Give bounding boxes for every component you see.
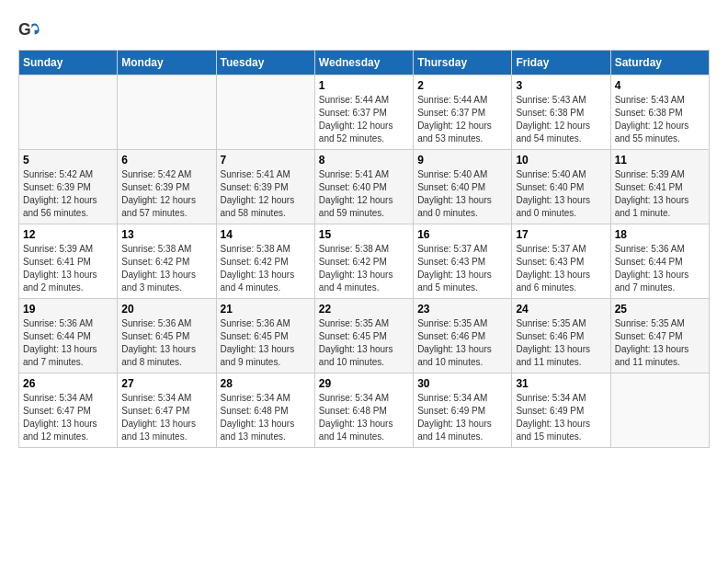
day-number: 4 <box>615 79 705 92</box>
day-number: 19 <box>23 303 113 316</box>
day-info: Sunrise: 5:34 AMSunset: 6:49 PMDaylight:… <box>516 392 606 443</box>
day-header-wednesday: Wednesday <box>314 51 413 75</box>
calendar-cell: 27Sunrise: 5:34 AMSunset: 6:47 PMDayligh… <box>118 373 216 448</box>
day-number: 12 <box>23 228 113 241</box>
day-number: 5 <box>23 154 113 167</box>
calendar-cell: 1Sunrise: 5:44 AMSunset: 6:37 PMDaylight… <box>314 75 413 150</box>
calendar-cell: 21Sunrise: 5:36 AMSunset: 6:45 PMDayligh… <box>216 299 314 373</box>
day-info: Sunrise: 5:41 AMSunset: 6:39 PMDaylight:… <box>221 168 311 220</box>
calendar-cell: 19Sunrise: 5:36 AMSunset: 6:44 PMDayligh… <box>19 299 118 373</box>
calendar-cell: 6Sunrise: 5:42 AMSunset: 6:39 PMDaylight… <box>118 150 216 224</box>
day-info: Sunrise: 5:34 AMSunset: 6:47 PMDaylight:… <box>23 392 113 443</box>
week-row: 12Sunrise: 5:39 AMSunset: 6:41 PMDayligh… <box>19 224 710 299</box>
calendar-cell: 28Sunrise: 5:34 AMSunset: 6:48 PMDayligh… <box>216 373 314 448</box>
day-number: 3 <box>516 79 606 92</box>
day-number: 2 <box>417 79 507 92</box>
calendar-cell: 30Sunrise: 5:34 AMSunset: 6:49 PMDayligh… <box>414 373 512 448</box>
day-header-thursday: Thursday <box>414 51 512 75</box>
day-info: Sunrise: 5:43 AMSunset: 6:38 PMDaylight:… <box>516 94 606 145</box>
day-info: Sunrise: 5:34 AMSunset: 6:49 PMDaylight:… <box>417 392 507 443</box>
day-header-monday: Monday <box>118 51 216 75</box>
calendar-cell: 22Sunrise: 5:35 AMSunset: 6:45 PMDayligh… <box>314 299 413 373</box>
day-info: Sunrise: 5:39 AMSunset: 6:41 PMDaylight:… <box>23 243 113 294</box>
day-number: 17 <box>516 228 606 241</box>
day-info: Sunrise: 5:43 AMSunset: 6:38 PMDaylight:… <box>615 94 705 145</box>
day-number: 23 <box>417 303 507 316</box>
day-header-tuesday: Tuesday <box>216 51 314 75</box>
calendar-table: SundayMondayTuesdayWednesdayThursdayFrid… <box>18 50 710 448</box>
day-header-friday: Friday <box>512 51 610 75</box>
day-number: 31 <box>516 377 606 390</box>
calendar-cell: 15Sunrise: 5:38 AMSunset: 6:42 PMDayligh… <box>314 224 413 299</box>
day-info: Sunrise: 5:37 AMSunset: 6:43 PMDaylight:… <box>516 243 606 294</box>
week-row: 5Sunrise: 5:42 AMSunset: 6:39 PMDaylight… <box>19 150 710 224</box>
calendar-cell <box>19 75 118 150</box>
calendar-cell: 14Sunrise: 5:38 AMSunset: 6:42 PMDayligh… <box>216 224 314 299</box>
day-info: Sunrise: 5:34 AMSunset: 6:48 PMDaylight:… <box>319 392 409 443</box>
calendar-cell: 3Sunrise: 5:43 AMSunset: 6:38 PMDaylight… <box>512 75 610 150</box>
day-info: Sunrise: 5:37 AMSunset: 6:43 PMDaylight:… <box>417 243 507 294</box>
day-number: 15 <box>319 228 409 241</box>
calendar-cell: 13Sunrise: 5:38 AMSunset: 6:42 PMDayligh… <box>118 224 216 299</box>
calendar-cell: 2Sunrise: 5:44 AMSunset: 6:37 PMDaylight… <box>414 75 512 150</box>
day-info: Sunrise: 5:36 AMSunset: 6:45 PMDaylight:… <box>121 317 211 369</box>
calendar-cell <box>118 75 216 150</box>
day-number: 7 <box>221 154 311 167</box>
logo-icon: G <box>18 18 40 40</box>
day-number: 24 <box>516 303 606 316</box>
calendar-cell: 9Sunrise: 5:40 AMSunset: 6:40 PMDaylight… <box>414 150 512 224</box>
day-info: Sunrise: 5:40 AMSunset: 6:40 PMDaylight:… <box>417 168 507 220</box>
day-number: 11 <box>615 154 705 167</box>
calendar-cell <box>610 373 709 448</box>
day-info: Sunrise: 5:41 AMSunset: 6:40 PMDaylight:… <box>319 168 409 220</box>
day-info: Sunrise: 5:35 AMSunset: 6:45 PMDaylight:… <box>319 317 409 369</box>
day-info: Sunrise: 5:40 AMSunset: 6:40 PMDaylight:… <box>516 168 606 220</box>
day-number: 28 <box>221 377 311 390</box>
day-info: Sunrise: 5:35 AMSunset: 6:46 PMDaylight:… <box>516 317 606 369</box>
day-number: 9 <box>417 154 507 167</box>
day-number: 18 <box>615 228 705 241</box>
calendar-cell: 11Sunrise: 5:39 AMSunset: 6:41 PMDayligh… <box>610 150 709 224</box>
day-number: 21 <box>221 303 311 316</box>
day-header-sunday: Sunday <box>19 51 118 75</box>
logo: G <box>18 18 44 40</box>
calendar-cell: 26Sunrise: 5:34 AMSunset: 6:47 PMDayligh… <box>19 373 118 448</box>
day-info: Sunrise: 5:42 AMSunset: 6:39 PMDaylight:… <box>121 168 211 220</box>
calendar-cell: 8Sunrise: 5:41 AMSunset: 6:40 PMDaylight… <box>314 150 413 224</box>
calendar-cell: 31Sunrise: 5:34 AMSunset: 6:49 PMDayligh… <box>512 373 610 448</box>
calendar-cell: 29Sunrise: 5:34 AMSunset: 6:48 PMDayligh… <box>314 373 413 448</box>
calendar-cell: 7Sunrise: 5:41 AMSunset: 6:39 PMDaylight… <box>216 150 314 224</box>
header: G <box>18 18 710 40</box>
calendar-cell: 12Sunrise: 5:39 AMSunset: 6:41 PMDayligh… <box>19 224 118 299</box>
day-info: Sunrise: 5:38 AMSunset: 6:42 PMDaylight:… <box>221 243 311 294</box>
day-info: Sunrise: 5:38 AMSunset: 6:42 PMDaylight:… <box>319 243 409 294</box>
day-number: 30 <box>417 377 507 390</box>
calendar-cell: 16Sunrise: 5:37 AMSunset: 6:43 PMDayligh… <box>414 224 512 299</box>
day-info: Sunrise: 5:36 AMSunset: 6:44 PMDaylight:… <box>615 243 705 294</box>
day-info: Sunrise: 5:44 AMSunset: 6:37 PMDaylight:… <box>417 94 507 145</box>
day-number: 13 <box>121 228 211 241</box>
calendar-cell: 17Sunrise: 5:37 AMSunset: 6:43 PMDayligh… <box>512 224 610 299</box>
calendar-cell: 23Sunrise: 5:35 AMSunset: 6:46 PMDayligh… <box>414 299 512 373</box>
day-number: 6 <box>121 154 211 167</box>
day-info: Sunrise: 5:34 AMSunset: 6:47 PMDaylight:… <box>121 392 211 443</box>
day-number: 14 <box>221 228 311 241</box>
day-number: 25 <box>615 303 705 316</box>
calendar-cell: 24Sunrise: 5:35 AMSunset: 6:46 PMDayligh… <box>512 299 610 373</box>
calendar-cell: 18Sunrise: 5:36 AMSunset: 6:44 PMDayligh… <box>610 224 709 299</box>
day-info: Sunrise: 5:44 AMSunset: 6:37 PMDaylight:… <box>319 94 409 145</box>
day-info: Sunrise: 5:34 AMSunset: 6:48 PMDaylight:… <box>221 392 311 443</box>
svg-text:G: G <box>18 20 31 39</box>
week-row: 26Sunrise: 5:34 AMSunset: 6:47 PMDayligh… <box>19 373 710 448</box>
calendar-cell: 5Sunrise: 5:42 AMSunset: 6:39 PMDaylight… <box>19 150 118 224</box>
day-number: 26 <box>23 377 113 390</box>
day-info: Sunrise: 5:36 AMSunset: 6:44 PMDaylight:… <box>23 317 113 369</box>
day-info: Sunrise: 5:39 AMSunset: 6:41 PMDaylight:… <box>615 168 705 220</box>
calendar-cell: 4Sunrise: 5:43 AMSunset: 6:38 PMDaylight… <box>610 75 709 150</box>
day-number: 10 <box>516 154 606 167</box>
day-info: Sunrise: 5:35 AMSunset: 6:46 PMDaylight:… <box>417 317 507 369</box>
calendar-cell: 20Sunrise: 5:36 AMSunset: 6:45 PMDayligh… <box>118 299 216 373</box>
day-number: 20 <box>121 303 211 316</box>
day-info: Sunrise: 5:38 AMSunset: 6:42 PMDaylight:… <box>121 243 211 294</box>
day-header-saturday: Saturday <box>610 51 709 75</box>
